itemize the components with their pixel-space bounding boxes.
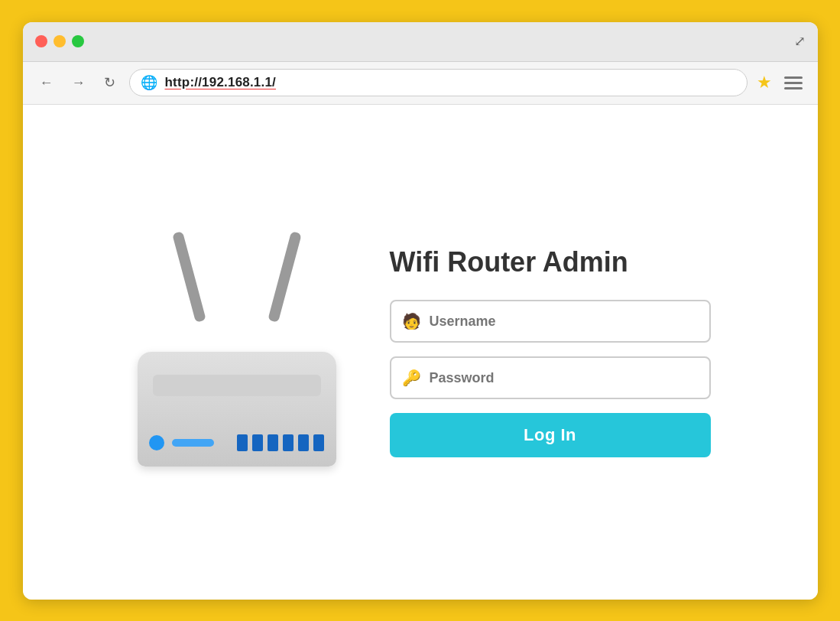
port-4: [283, 434, 294, 451]
password-wrapper: 🔑: [390, 356, 711, 399]
login-form: Wifi Router Admin 🧑 🔑 Log In: [390, 246, 711, 457]
nav-bar: ← → ↻ 🌐 http://192.168.1.1/ ★: [23, 62, 818, 105]
port-2: [252, 434, 263, 451]
router-illustration: [130, 229, 344, 474]
globe-icon: 🌐: [141, 74, 157, 91]
page-content: Wifi Router Admin 🧑 🔑 Log In: [23, 105, 818, 600]
antenna-group: [196, 229, 278, 321]
bookmark-button[interactable]: ★: [757, 73, 772, 93]
led-dot: [149, 435, 164, 450]
led-bar: [172, 439, 214, 447]
key-icon: 🔑: [402, 369, 421, 387]
port-5: [298, 434, 309, 451]
menu-button[interactable]: [781, 73, 806, 93]
router-top-band: [153, 375, 321, 396]
router-lights: [149, 434, 324, 451]
url-text: http://192.168.1.1/: [165, 75, 277, 90]
port-6: [313, 434, 324, 451]
back-button[interactable]: ←: [35, 72, 58, 94]
antenna-right: [268, 231, 302, 323]
user-icon: 🧑: [402, 312, 421, 330]
reload-button[interactable]: ↻: [99, 71, 120, 94]
address-bar[interactable]: 🌐 http://192.168.1.1/: [129, 69, 748, 96]
login-button[interactable]: Log In: [390, 413, 711, 457]
traffic-lights: [35, 35, 84, 47]
form-title: Wifi Router Admin: [390, 246, 711, 278]
antenna-left: [172, 231, 206, 323]
router-body: [138, 352, 336, 467]
password-input[interactable]: [390, 356, 711, 399]
port-1: [237, 434, 248, 451]
close-button[interactable]: [35, 35, 47, 47]
forward-button[interactable]: →: [67, 72, 90, 94]
minimize-button[interactable]: [54, 35, 66, 47]
username-input[interactable]: [390, 300, 711, 343]
port-group: [237, 434, 324, 451]
browser-window: ⤢ ← → ↻ 🌐 http://192.168.1.1/ ★: [23, 22, 818, 600]
port-3: [268, 434, 278, 451]
username-wrapper: 🧑: [390, 300, 711, 343]
fullscreen-icon[interactable]: ⤢: [794, 33, 806, 50]
maximize-button[interactable]: [72, 35, 84, 47]
title-bar: ⤢: [23, 22, 818, 62]
